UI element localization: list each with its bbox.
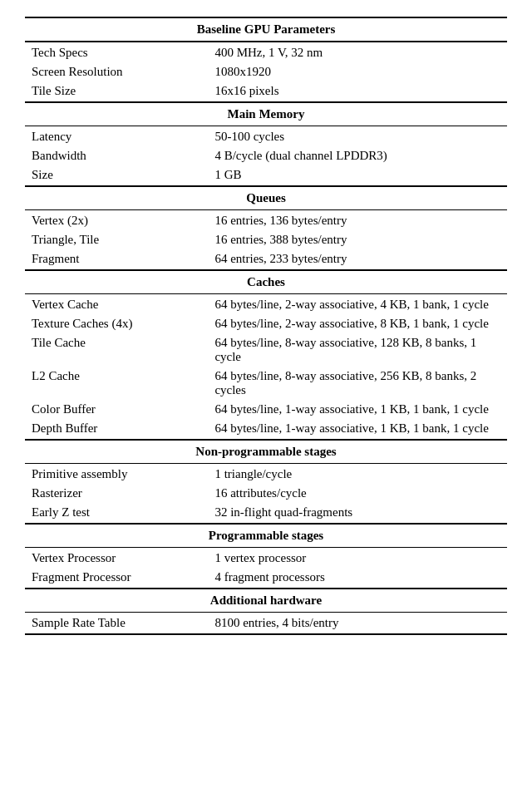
- section-header-row: Queues: [25, 186, 507, 210]
- section-header-label: Additional hardware: [25, 589, 507, 613]
- row-value: 64 entries, 233 bytes/entry: [208, 249, 507, 270]
- row-value: 50-100 cycles: [208, 126, 507, 147]
- row-value: 64 bytes/line, 2-way associative, 4 KB, …: [208, 294, 507, 315]
- row-label: Rasterizer: [25, 484, 208, 503]
- row-label: L2 Cache: [25, 367, 208, 400]
- row-label: Sample Rate Table: [25, 613, 208, 635]
- table-row: Texture Caches (4x)64 bytes/line, 2-way …: [25, 314, 507, 333]
- table-row: Early Z test32 in-flight quad-fragments: [25, 503, 507, 524]
- section-header-row: Additional hardware: [25, 589, 507, 613]
- row-value: 64 bytes/line, 1-way associative, 1 KB, …: [208, 419, 507, 440]
- table-row: Vertex (2x)16 entries, 136 bytes/entry: [25, 210, 507, 231]
- section-header-row: Main Memory: [25, 102, 507, 126]
- row-label: Depth Buffer: [25, 419, 208, 440]
- table-row: Bandwidth4 B/cycle (dual channel LPDDR3): [25, 146, 507, 165]
- table-row: Screen Resolution1080x1920: [25, 62, 507, 81]
- row-value: 16 entries, 388 bytes/entry: [208, 230, 507, 249]
- table-row: Triangle, Tile16 entries, 388 bytes/entr…: [25, 230, 507, 249]
- row-label: Vertex Processor: [25, 548, 208, 569]
- table-row: Fragment64 entries, 233 bytes/entry: [25, 249, 507, 270]
- row-value: 1 vertex processor: [208, 548, 507, 569]
- row-value: 64 bytes/line, 8-way associative, 256 KB…: [208, 367, 507, 400]
- row-label: Size: [25, 165, 208, 186]
- row-value: 8100 entries, 4 bits/entry: [208, 613, 507, 635]
- table-row: L2 Cache64 bytes/line, 8-way associative…: [25, 367, 507, 400]
- row-value: 16x16 pixels: [208, 81, 507, 102]
- row-value: 4 B/cycle (dual channel LPDDR3): [208, 146, 507, 165]
- row-value: 16 attributes/cycle: [208, 484, 507, 503]
- section-header-label: Queues: [25, 186, 507, 210]
- row-label: Vertex Cache: [25, 294, 208, 315]
- table-row: Size1 GB: [25, 165, 507, 186]
- row-label: Triangle, Tile: [25, 230, 208, 249]
- table-row: Rasterizer16 attributes/cycle: [25, 484, 507, 503]
- section-header-row: Caches: [25, 270, 507, 294]
- row-value: 64 bytes/line, 8-way associative, 128 KB…: [208, 333, 507, 367]
- table-row: Color Buffer64 bytes/line, 1-way associa…: [25, 400, 507, 419]
- table-row: Vertex Processor1 vertex processor: [25, 548, 507, 569]
- row-value: 32 in-flight quad-fragments: [208, 503, 507, 524]
- row-value: 4 fragment processors: [208, 568, 507, 589]
- row-value: 1 GB: [208, 165, 507, 186]
- row-value: 400 MHz, 1 V, 32 nm: [208, 42, 507, 62]
- table-row: Sample Rate Table8100 entries, 4 bits/en…: [25, 613, 507, 635]
- row-label: Bandwidth: [25, 146, 208, 165]
- table-row: Tile Cache64 bytes/line, 8-way associati…: [25, 333, 507, 367]
- row-label: Screen Resolution: [25, 62, 208, 81]
- row-value: 1 triangle/cycle: [208, 464, 507, 485]
- table-row: Fragment Processor4 fragment processors: [25, 568, 507, 589]
- row-label: Early Z test: [25, 503, 208, 524]
- section-header-label: Caches: [25, 270, 507, 294]
- table-row: Primitive assembly1 triangle/cycle: [25, 464, 507, 485]
- row-label: Texture Caches (4x): [25, 314, 208, 333]
- row-value: 64 bytes/line, 1-way associative, 1 KB, …: [208, 400, 507, 419]
- table-row: Tile Size16x16 pixels: [25, 81, 507, 102]
- table-row: Vertex Cache64 bytes/line, 2-way associa…: [25, 294, 507, 315]
- main-table: Baseline GPU ParametersTech Specs400 MHz…: [25, 17, 507, 635]
- row-value: 1080x1920: [208, 62, 507, 81]
- row-label: Primitive assembly: [25, 464, 208, 485]
- table-title: Baseline GPU Parameters: [25, 17, 507, 42]
- section-header-label: Non-programmable stages: [25, 440, 507, 464]
- section-header-row: Programmable stages: [25, 524, 507, 548]
- row-label: Tile Size: [25, 81, 208, 102]
- section-header-label: Main Memory: [25, 102, 507, 126]
- row-label: Tech Specs: [25, 42, 208, 62]
- table-title-row: Baseline GPU Parameters: [25, 17, 507, 42]
- row-label: Fragment: [25, 249, 208, 270]
- row-value: 64 bytes/line, 2-way associative, 8 KB, …: [208, 314, 507, 333]
- row-value: 16 entries, 136 bytes/entry: [208, 210, 507, 231]
- row-label: Latency: [25, 126, 208, 147]
- table-row: Depth Buffer64 bytes/line, 1-way associa…: [25, 419, 507, 440]
- row-label: Tile Cache: [25, 333, 208, 367]
- section-header-row: Non-programmable stages: [25, 440, 507, 464]
- table-row: Latency50-100 cycles: [25, 126, 507, 147]
- section-header-label: Programmable stages: [25, 524, 507, 548]
- row-label: Fragment Processor: [25, 568, 208, 589]
- row-label: Vertex (2x): [25, 210, 208, 231]
- table-row: Tech Specs400 MHz, 1 V, 32 nm: [25, 42, 507, 62]
- row-label: Color Buffer: [25, 400, 208, 419]
